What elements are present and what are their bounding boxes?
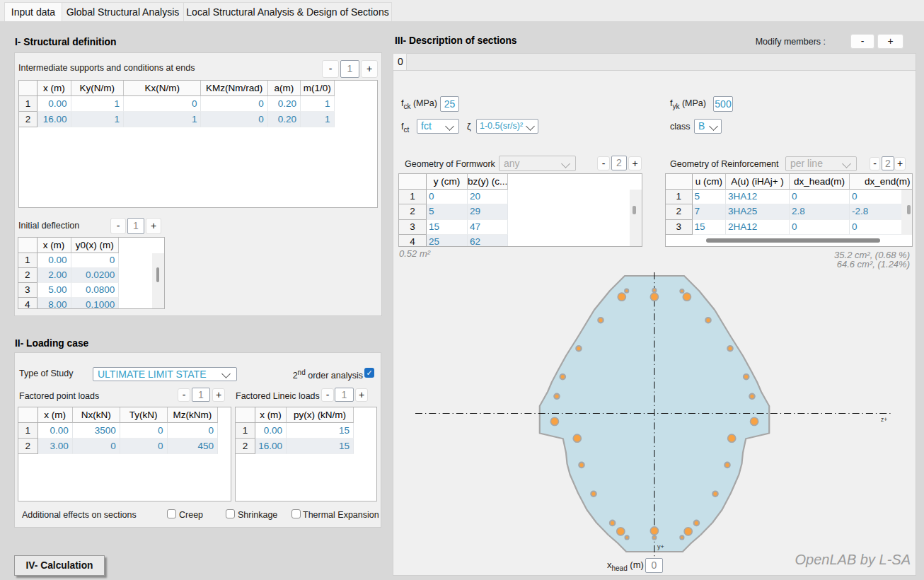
svg-text:y+: y+: [657, 543, 664, 550]
svg-text:z+: z+: [881, 416, 887, 423]
